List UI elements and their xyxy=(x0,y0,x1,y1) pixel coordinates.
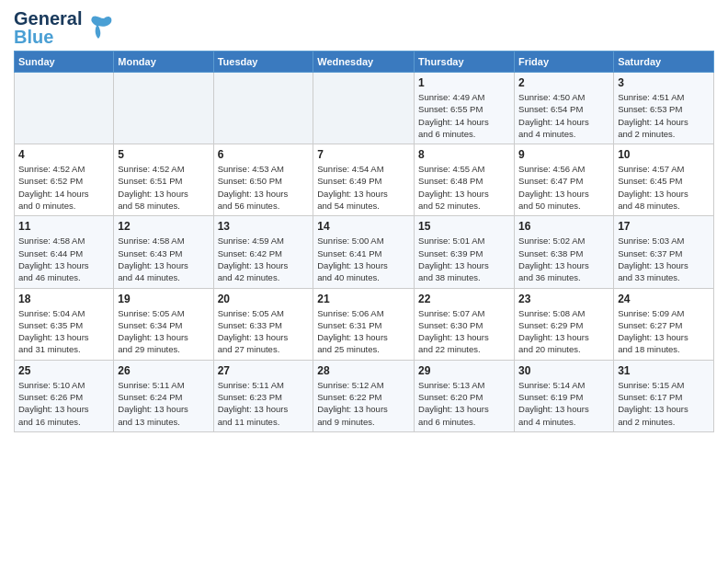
calendar-week-4: 18Sunrise: 5:04 AM Sunset: 6:35 PM Dayli… xyxy=(15,288,714,360)
calendar-cell: 6Sunrise: 4:53 AM Sunset: 6:50 PM Daylig… xyxy=(213,144,313,216)
day-info: Sunrise: 5:08 AM Sunset: 6:29 PM Dayligh… xyxy=(518,307,609,356)
day-number: 19 xyxy=(118,293,209,305)
calendar-cell: 10Sunrise: 4:57 AM Sunset: 6:45 PM Dayli… xyxy=(614,144,714,216)
day-number: 22 xyxy=(418,293,510,305)
day-number: 21 xyxy=(317,293,410,305)
day-number: 26 xyxy=(118,364,209,377)
day-info: Sunrise: 4:58 AM Sunset: 6:44 PM Dayligh… xyxy=(18,235,109,283)
day-info: Sunrise: 5:05 AM Sunset: 6:33 PM Dayligh… xyxy=(218,307,310,356)
day-number: 7 xyxy=(317,148,410,161)
day-number: 6 xyxy=(218,148,310,161)
day-info: Sunrise: 5:14 AM Sunset: 6:19 PM Dayligh… xyxy=(518,379,609,428)
day-number: 12 xyxy=(118,220,209,233)
logo-text-general: General xyxy=(14,9,82,28)
calendar-cell: 3Sunrise: 4:51 AM Sunset: 6:53 PM Daylig… xyxy=(614,73,714,144)
day-number: 20 xyxy=(218,293,310,305)
day-number: 18 xyxy=(18,293,109,305)
calendar-cell: 18Sunrise: 5:04 AM Sunset: 6:35 PM Dayli… xyxy=(15,288,114,360)
day-info: Sunrise: 4:53 AM Sunset: 6:50 PM Dayligh… xyxy=(218,163,310,212)
calendar-cell: 26Sunrise: 5:11 AM Sunset: 6:24 PM Dayli… xyxy=(114,360,213,431)
day-info: Sunrise: 4:56 AM Sunset: 6:47 PM Dayligh… xyxy=(518,163,609,212)
day-info: Sunrise: 5:13 AM Sunset: 6:20 PM Dayligh… xyxy=(418,379,510,428)
day-number: 25 xyxy=(18,364,109,377)
calendar-cell: 22Sunrise: 5:07 AM Sunset: 6:30 PM Dayli… xyxy=(415,288,515,360)
calendar-week-5: 25Sunrise: 5:10 AM Sunset: 6:26 PM Dayli… xyxy=(15,360,714,431)
calendar-cell: 30Sunrise: 5:14 AM Sunset: 6:19 PM Dayli… xyxy=(515,360,614,431)
day-number: 14 xyxy=(317,220,410,233)
calendar-cell: 16Sunrise: 5:02 AM Sunset: 6:38 PM Dayli… xyxy=(515,216,614,288)
calendar-cell: 11Sunrise: 4:58 AM Sunset: 6:44 PM Dayli… xyxy=(15,216,114,288)
calendar-cell: 2Sunrise: 4:50 AM Sunset: 6:54 PM Daylig… xyxy=(515,73,614,144)
day-info: Sunrise: 4:50 AM Sunset: 6:54 PM Dayligh… xyxy=(518,91,609,140)
day-number: 23 xyxy=(518,293,609,305)
calendar-cell: 7Sunrise: 4:54 AM Sunset: 6:49 PM Daylig… xyxy=(313,144,415,216)
calendar-cell: 8Sunrise: 4:55 AM Sunset: 6:48 PM Daylig… xyxy=(415,144,515,216)
day-number: 29 xyxy=(418,364,510,377)
calendar-cell: 17Sunrise: 5:03 AM Sunset: 6:37 PM Dayli… xyxy=(614,216,714,288)
calendar-week-2: 4Sunrise: 4:52 AM Sunset: 6:52 PM Daylig… xyxy=(15,144,714,216)
calendar-cell: 13Sunrise: 4:59 AM Sunset: 6:42 PM Dayli… xyxy=(213,216,313,288)
day-number: 8 xyxy=(418,148,510,161)
day-info: Sunrise: 4:49 AM Sunset: 6:55 PM Dayligh… xyxy=(418,91,510,140)
calendar-cell: 12Sunrise: 4:58 AM Sunset: 6:43 PM Dayli… xyxy=(114,216,213,288)
day-info: Sunrise: 5:01 AM Sunset: 6:39 PM Dayligh… xyxy=(418,235,510,283)
day-number: 30 xyxy=(518,364,609,377)
calendar-cell: 24Sunrise: 5:09 AM Sunset: 6:27 PM Dayli… xyxy=(614,288,714,360)
day-info: Sunrise: 5:03 AM Sunset: 6:37 PM Dayligh… xyxy=(618,235,710,283)
calendar-cell: 14Sunrise: 5:00 AM Sunset: 6:41 PM Dayli… xyxy=(313,216,415,288)
calendar-cell: 27Sunrise: 5:11 AM Sunset: 6:23 PM Dayli… xyxy=(213,360,313,431)
weekday-header-thursday: Thursday xyxy=(415,52,515,73)
day-info: Sunrise: 5:12 AM Sunset: 6:22 PM Dayligh… xyxy=(317,379,410,428)
day-info: Sunrise: 5:06 AM Sunset: 6:31 PM Dayligh… xyxy=(317,307,410,356)
day-number: 16 xyxy=(518,220,609,233)
day-info: Sunrise: 5:11 AM Sunset: 6:24 PM Dayligh… xyxy=(118,379,209,428)
weekday-header-tuesday: Tuesday xyxy=(213,52,313,73)
calendar-table: SundayMondayTuesdayWednesdayThursdayFrid… xyxy=(14,51,714,432)
day-number: 5 xyxy=(118,148,209,161)
day-number: 28 xyxy=(317,364,410,377)
page-container: General Blue SundayMondayTuesdayWednesda… xyxy=(0,0,728,437)
calendar-cell: 28Sunrise: 5:12 AM Sunset: 6:22 PM Dayli… xyxy=(313,360,415,431)
day-info: Sunrise: 4:52 AM Sunset: 6:52 PM Dayligh… xyxy=(18,163,109,212)
calendar-header-row: SundayMondayTuesdayWednesdayThursdayFrid… xyxy=(15,52,714,73)
day-info: Sunrise: 5:09 AM Sunset: 6:27 PM Dayligh… xyxy=(618,307,710,356)
day-info: Sunrise: 4:58 AM Sunset: 6:43 PM Dayligh… xyxy=(118,235,209,283)
calendar-cell xyxy=(15,73,114,144)
calendar-cell: 29Sunrise: 5:13 AM Sunset: 6:20 PM Dayli… xyxy=(415,360,515,431)
calendar-cell: 5Sunrise: 4:52 AM Sunset: 6:51 PM Daylig… xyxy=(114,144,213,216)
day-info: Sunrise: 4:57 AM Sunset: 6:45 PM Dayligh… xyxy=(618,163,710,212)
day-number: 11 xyxy=(18,220,109,233)
header: General Blue xyxy=(14,9,714,46)
calendar-cell: 25Sunrise: 5:10 AM Sunset: 6:26 PM Dayli… xyxy=(15,360,114,431)
day-number: 10 xyxy=(618,148,710,161)
calendar-cell xyxy=(313,73,415,144)
day-info: Sunrise: 5:00 AM Sunset: 6:41 PM Dayligh… xyxy=(317,235,410,283)
logo-text-blue: Blue xyxy=(14,28,82,46)
day-number: 17 xyxy=(618,220,710,233)
day-info: Sunrise: 5:07 AM Sunset: 6:30 PM Dayligh… xyxy=(418,307,510,356)
calendar-cell: 1Sunrise: 4:49 AM Sunset: 6:55 PM Daylig… xyxy=(415,73,515,144)
day-number: 13 xyxy=(218,220,310,233)
day-number: 31 xyxy=(618,364,710,377)
day-info: Sunrise: 4:52 AM Sunset: 6:51 PM Dayligh… xyxy=(118,163,209,212)
calendar-cell: 4Sunrise: 4:52 AM Sunset: 6:52 PM Daylig… xyxy=(15,144,114,216)
weekday-header-friday: Friday xyxy=(515,52,614,73)
weekday-header-wednesday: Wednesday xyxy=(313,52,415,73)
day-info: Sunrise: 4:54 AM Sunset: 6:49 PM Dayligh… xyxy=(317,163,410,212)
calendar-cell xyxy=(213,73,313,144)
day-info: Sunrise: 5:05 AM Sunset: 6:34 PM Dayligh… xyxy=(118,307,209,356)
day-info: Sunrise: 5:10 AM Sunset: 6:26 PM Dayligh… xyxy=(18,379,109,428)
calendar-cell: 9Sunrise: 4:56 AM Sunset: 6:47 PM Daylig… xyxy=(515,144,614,216)
day-number: 1 xyxy=(418,76,510,89)
day-number: 4 xyxy=(18,148,109,161)
calendar-cell: 31Sunrise: 5:15 AM Sunset: 6:17 PM Dayli… xyxy=(614,360,714,431)
calendar-cell: 23Sunrise: 5:08 AM Sunset: 6:29 PM Dayli… xyxy=(515,288,614,360)
day-number: 3 xyxy=(618,76,710,89)
calendar-cell xyxy=(114,73,213,144)
day-info: Sunrise: 4:59 AM Sunset: 6:42 PM Dayligh… xyxy=(218,235,310,283)
day-info: Sunrise: 5:15 AM Sunset: 6:17 PM Dayligh… xyxy=(618,379,710,428)
day-number: 2 xyxy=(518,76,609,89)
day-number: 15 xyxy=(418,220,510,233)
calendar-cell: 21Sunrise: 5:06 AM Sunset: 6:31 PM Dayli… xyxy=(313,288,415,360)
weekday-header-saturday: Saturday xyxy=(614,52,714,73)
